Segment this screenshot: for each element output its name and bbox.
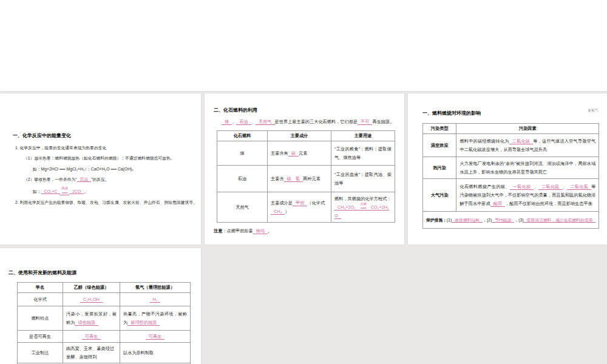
cell-ethanol-formula: C₂H₅OH: [63, 293, 120, 306]
cell-greenhouse-factor: 燃料中的碳经燃烧转化为二氧化碳等，这些气体进入空气导致空气中二氧化碳浓度增大，从…: [456, 134, 599, 157]
column-header-composition: 主要成分: [268, 131, 331, 141]
cell-protection-measures: 保护措施：(1)改善燃料结构，(2)节约能源，(3)使用清洁燃料，减少化石燃料的…: [423, 212, 599, 229]
row-label-formula: 化学式: [18, 293, 63, 306]
row-label-natural-gas: 天然气: [217, 192, 268, 223]
cell-petroleum-use: “工业的血液”；提取汽油、柴油等: [331, 166, 395, 192]
section-title-environment: 一、燃料燃烧对环境的影响: [422, 110, 601, 116]
row-label-production: 工业制法: [18, 343, 63, 363]
section-title-fossil: 二、化石燃料的利用: [214, 107, 399, 113]
intro-line: 煤、石油、天然气是世界上最主要的三大化石燃料，它们都是不可再生能源。: [222, 119, 399, 125]
section-title-energy: 一、化学反应中的能量变化: [13, 132, 198, 139]
cell-hydrogen-production: 以水为原料制取: [120, 343, 191, 363]
cell-natural-gas-use: 燃料，其燃烧的化学方程式：CH₄+2O₂点燃══CO₂+2H₂O: [331, 192, 395, 223]
column-header-pollution-factor: 污染因素: [456, 124, 599, 134]
section-title-new-fuels: 二、使用和开发新的燃料及能源: [8, 269, 196, 276]
row-label-coal: 煤: [217, 141, 268, 166]
cell-coal-use: “工业的粮食”；燃料；提取煤气、煤焦油等: [331, 141, 395, 166]
table-row-greenhouse: 温室效应 燃料中的碳经燃烧转化为二氧化碳等，这些气体进入空气导致空气中二氧化碳浓…: [423, 134, 599, 157]
table-row-coal: 煤 主要含有碳元素 “工业的粮食”；燃料；提取煤气、煤焦油等: [217, 141, 395, 166]
page-content: 臭氧气 一、燃料燃烧对环境的影响 污染类型 污染因素 温室效应 燃料中的碳经燃烧…: [408, 93, 607, 244]
column-header-name: 学名: [18, 283, 63, 293]
column-header-hydrogen: 氢气（最理想能源）: [120, 283, 191, 293]
cell-hydrogen-renewable: 可再生: [120, 331, 191, 343]
handwritten-annotation: 臭氧气: [588, 108, 599, 113]
pollution-table: 污染类型 污染因素 温室效应 燃料中的碳经燃烧转化为二氧化碳等，这些气体进入空气…: [422, 123, 599, 229]
column-header-pollution-type: 污染类型: [423, 124, 456, 134]
page-content: 一、化学反应中的能量变化 1. 化学反应中，能量的变化通常表现为热量的变化 （1…: [0, 93, 201, 206]
page-energy-changes: 一、化学反应中的能量变化 1. 化学反应中，能量的变化通常表现为热量的变化 （1…: [0, 93, 201, 244]
text-line: 2. 利用化学反应产生的能量做饭、取暖、发电、冶炼金属、发射火箭、开山炸石、拆除…: [13, 200, 198, 206]
table-header-row: 学名 乙醇（绿色能源） 氢气（最理想能源）: [18, 283, 191, 293]
chemical-equation-line: 如：Mg+2HCl ══ MgCl₂+H₂↑；CaO+H₂O ══ Ca(OH)…: [13, 166, 198, 172]
table-row-petroleum: 石油 主要含碳、氢两种元素 “工业的血液”；提取汽油、柴油等: [217, 166, 395, 192]
row-label-air: 大气污染: [423, 179, 456, 212]
row-label-renewable: 是否可再生: [18, 331, 63, 343]
table-row-production: 工业制法 由高粱、玉米、薯类经过发酵、蒸馏得到 以水为原料制取: [18, 343, 191, 363]
text-line: （1）放出热量：燃料燃烧放热（如化石燃料的燃烧）；不通过燃料燃烧也可放热。: [13, 155, 198, 163]
row-label-thermal: 热污染: [423, 157, 456, 179]
new-fuel-table: 学名 乙醇（绿色能源） 氢气（最理想能源） 化学式 C₂H₅OH H₂ 燃料特点…: [17, 282, 191, 364]
row-label-features: 燃料特点: [18, 306, 63, 331]
page-fossil-fuels: 二、化石燃料的利用 煤、石油、天然气是世界上最主要的三大化石燃料，它们都是不可再…: [205, 93, 404, 244]
fossil-fuel-table: 化石燃料 主要成分 主要用途 煤 主要含有碳元素 “工业的粮食”；燃料；提取煤气…: [217, 130, 395, 223]
cell-ethanol-production: 由高粱、玉米、薯类经过发酵、蒸馏得到: [63, 343, 120, 363]
table-row-thermal: 热污染 火力发电厂发电剩余的“余热”被排放到河流、湖泊或海洋中，局部水域水温上升…: [423, 157, 599, 179]
table-header-row: 污染类型 污染因素: [423, 124, 599, 134]
column-header-use: 主要用途: [331, 131, 395, 141]
row-label-petroleum: 石油: [217, 166, 268, 192]
cell-hydrogen-features: 热量高，产物不污染环境，被称为最理想的能源: [120, 306, 191, 331]
page-environment-impact: 臭氧气 一、燃料燃烧对环境的影响 污染类型 污染因素 温室效应 燃料中的碳经燃烧…: [408, 93, 607, 244]
document-canvas: 一、化学反应中的能量变化 1. 化学反应中，能量的变化通常表现为热量的变化 （1…: [0, 0, 607, 364]
cell-hydrogen-formula: H₂: [120, 293, 191, 306]
cell-natural-gas-composition: 主要成分是甲烷（化学式CH₄）: [268, 192, 331, 223]
page-content: 二、化石燃料的利用 煤、石油、天然气是世界上最主要的三大化石燃料，它们都是不可再…: [205, 93, 404, 234]
table-row-features: 燃料特点 污染小，发展前景好，被称为绿色能源 热量高，产物不污染环境，被称为最理…: [18, 306, 191, 331]
page-blank-top: [0, 0, 607, 91]
cell-ethanol-features: 污染小，发展前景好，被称为绿色能源: [63, 306, 120, 331]
text-line: （2）吸收热量，一些条件为“高温”的反应。: [13, 177, 198, 184]
cell-thermal-factor: 火力发电厂发电剩余的“余热”被排放到河流、湖泊或海洋中，局部水域水温上升，影响水…: [456, 157, 599, 179]
table-row-natural-gas: 天然气 主要成分是甲烷（化学式CH₄） 燃料，其燃烧的化学方程式：CH₄+2O₂…: [217, 192, 395, 223]
chemical-equation-line: 如：CO₂+C高温══2CO。: [13, 187, 198, 196]
note-line: 注意：点燃甲烷前要验纯。: [214, 228, 399, 234]
column-header-fuel: 化石燃料: [217, 131, 268, 141]
table-row-air: 大气污染 化石燃料燃烧产生的烟、一氧化碳、二氧化硫、二氧化氮等污染物被排放到大气…: [423, 179, 599, 212]
cell-coal-composition: 主要含有碳元素: [268, 141, 331, 166]
cell-ethanol-renewable: 可再生: [63, 331, 120, 343]
table-row-renewable: 是否可再生 可再生 可再生: [18, 331, 191, 343]
cell-petroleum-composition: 主要含碳、氢两种元素: [268, 166, 331, 192]
row-label-greenhouse: 温室效应: [423, 134, 456, 157]
table-header-row: 化石燃料 主要成分 主要用途: [217, 131, 395, 141]
text-line: 1. 化学反应中，能量的变化通常表现为热量的变化: [13, 145, 198, 151]
cell-air-factor: 化石燃料燃烧产生的烟、一氧化碳、二氧化硫、二氧化氮等污染物被排放到大气中，不仅影…: [456, 179, 599, 212]
column-header-ethanol: 乙醇（绿色能源）: [63, 283, 120, 293]
page-new-fuels: 二、使用和开发新的燃料及能源 学名 乙醇（绿色能源） 氢气（最理想能源） 化学式…: [0, 248, 201, 364]
table-row-formula: 化学式 C₂H₅OH H₂: [18, 293, 191, 306]
page-content: 二、使用和开发新的燃料及能源 学名 乙醇（绿色能源） 氢气（最理想能源） 化学式…: [0, 248, 201, 364]
table-row-protection: 保护措施：(1)改善燃料结构，(2)节约能源，(3)使用清洁燃料，减少化石燃料的…: [423, 212, 599, 229]
